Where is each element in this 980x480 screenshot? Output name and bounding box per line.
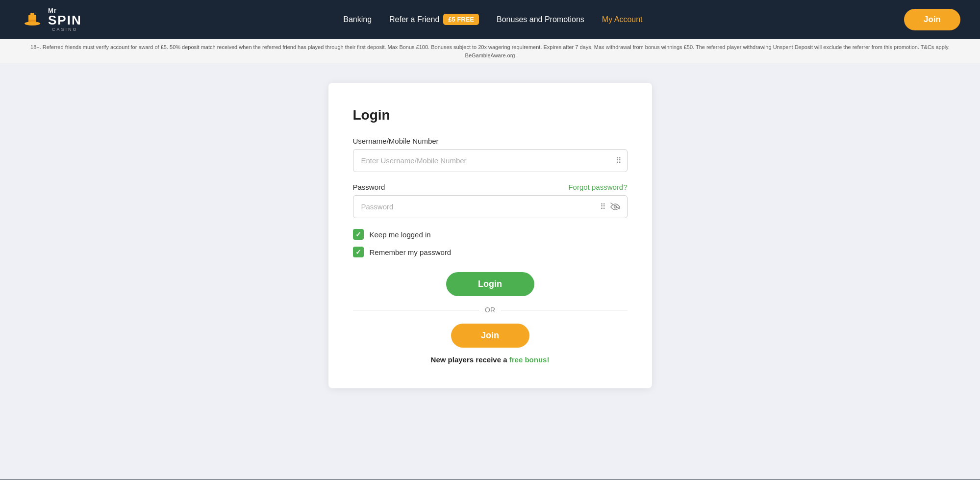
nav-account[interactable]: My Account <box>602 15 643 24</box>
keep-logged-in-label: Keep me logged in <box>370 230 431 239</box>
free-bonus-link: free bonus! <box>509 355 550 364</box>
header: Mr SPiN CASINO Banking Refer a Friend £5… <box>0 0 980 39</box>
password-group: Password Forgot password? ⠿ <box>353 183 628 218</box>
login-card: Login Username/Mobile Number ⠿ Password … <box>328 83 652 388</box>
username-input[interactable] <box>353 149 628 172</box>
keep-logged-in-item: Keep me logged in <box>353 229 628 240</box>
forgot-password-link[interactable]: Forgot password? <box>568 183 627 191</box>
password-input[interactable] <box>353 195 628 218</box>
nav-refer[interactable]: Refer a Friend £5 FREE <box>389 14 479 25</box>
disclaimer-text: 18+. Referred friends must verify accoun… <box>30 44 950 58</box>
password-icons: ⠿ <box>599 201 622 213</box>
keep-logged-in-checkbox[interactable] <box>353 229 364 240</box>
nav-banking[interactable]: Banking <box>343 15 372 24</box>
logo-icon <box>20 7 45 32</box>
or-divider: OR <box>353 306 628 314</box>
svg-rect-3 <box>28 20 36 22</box>
or-line-left <box>353 310 479 310</box>
remember-password-checkbox[interactable] <box>353 247 364 257</box>
svg-rect-4 <box>30 13 34 16</box>
username-icon: ⠿ <box>616 156 622 165</box>
remember-password-item: Remember my password <box>353 247 628 257</box>
svg-point-5 <box>614 205 616 208</box>
main-content: Login Username/Mobile Number ⠿ Password … <box>0 63 980 480</box>
or-text: OR <box>485 306 495 314</box>
new-players-static: New players receive a <box>431 355 509 364</box>
main-nav: Banking Refer a Friend £5 FREE Bonuses a… <box>343 14 642 25</box>
header-join-button[interactable]: Join <box>904 9 960 30</box>
username-label: Username/Mobile Number <box>353 137 628 145</box>
logo-text: Mr SPiN CASINO <box>48 7 82 32</box>
username-group: Username/Mobile Number ⠿ <box>353 137 628 172</box>
refer-friend-label: Refer a Friend <box>389 15 439 24</box>
logo-area: Mr SPiN CASINO <box>20 7 82 32</box>
password-input-wrapper: ⠿ <box>353 195 628 218</box>
free-badge: £5 FREE <box>443 14 479 25</box>
password-visibility-icon[interactable] <box>609 201 622 213</box>
nav-bonuses[interactable]: Bonuses and Promotions <box>497 15 584 24</box>
login-title: Login <box>353 107 628 123</box>
svg-rect-2 <box>28 15 36 24</box>
username-input-wrapper: ⠿ <box>353 149 628 172</box>
card-join-button[interactable]: Join <box>451 324 529 348</box>
disclaimer-bar: 18+. Referred friends must verify accoun… <box>0 39 980 63</box>
or-line-right <box>501 310 628 310</box>
password-header: Password Forgot password? <box>353 183 628 191</box>
password-dots-icon[interactable]: ⠿ <box>599 201 607 212</box>
remember-password-label: Remember my password <box>370 248 452 256</box>
login-button[interactable]: Login <box>446 272 534 296</box>
logo-casino-text: CASINO <box>48 27 82 32</box>
new-players-text: New players receive a free bonus! <box>353 355 628 364</box>
checkbox-group: Keep me logged in Remember my password <box>353 229 628 257</box>
logo[interactable]: Mr SPiN CASINO <box>20 7 82 32</box>
password-label: Password <box>353 183 385 191</box>
logo-spin-text: SPiN <box>48 14 82 26</box>
